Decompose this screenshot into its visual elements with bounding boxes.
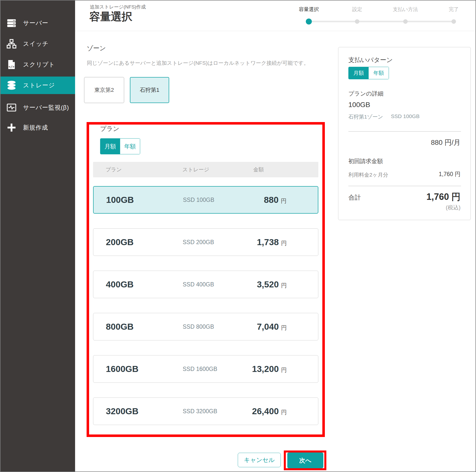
payment-pattern-title: 支払いパターン — [348, 56, 393, 64]
price-value: 7,040 — [257, 322, 279, 332]
server-icon — [7, 18, 17, 28]
sidebar-item-server[interactable]: サーバー — [1, 14, 75, 32]
price-unit: 円 — [281, 408, 287, 416]
plan-billing-toggle: 月額 年額 — [100, 138, 140, 154]
plan-cell-price: 3,520円 — [257, 279, 287, 289]
plan-cell-storage: SSD 200GB — [183, 239, 214, 246]
usage-fee-value: 1,760 円 — [439, 170, 460, 178]
next-button[interactable]: 次へ — [287, 452, 323, 468]
sidebar-item-script[interactable]: </> スクリプト — [1, 56, 75, 73]
cancel-button[interactable]: キャンセル — [238, 453, 281, 467]
plan-tab-yearly[interactable]: 年額 — [120, 139, 140, 154]
plan-cell-name: 1600GB — [106, 364, 138, 374]
plan-cell-name: 3200GB — [106, 406, 138, 416]
plan-row-400gb[interactable]: 400GB SSD 400GB 3,520円 — [93, 271, 318, 298]
price-value: 26,400 — [252, 406, 279, 416]
step-dot-done — [451, 19, 456, 24]
sidebar-item-label: 新規作成 — [23, 124, 48, 132]
sidebar-item-label: スイッチ — [23, 40, 49, 48]
sidebar-item-storage[interactable]: ストレージ — [1, 77, 75, 94]
zone-section-title: ゾーン — [87, 44, 106, 52]
price-unit: 円 — [281, 366, 287, 374]
sidebar-item-label: サーバー — [23, 19, 48, 27]
plan-cell-storage: SSD 400GB — [183, 281, 214, 288]
step-label-capacity: 容量選択 — [299, 6, 319, 13]
usage-fee-label: 利用料金2ヶ月分 — [348, 171, 388, 178]
step-label-done: 完了 — [449, 6, 459, 13]
plan-cell-name: 400GB — [106, 279, 134, 289]
step-label-payment: 支払い方法 — [393, 6, 418, 13]
plan-cell-name: 800GB — [106, 322, 134, 332]
plan-section-title: プラン — [100, 125, 119, 133]
price-unit: 円 — [281, 282, 287, 289]
plan-cell-price: 1,738円 — [257, 237, 287, 247]
switch-icon — [7, 39, 17, 49]
summary-tab-yearly[interactable]: 年額 — [369, 67, 389, 79]
selected-plan-name: 100GB — [348, 101, 370, 109]
summary-divider — [348, 186, 461, 186]
total-price: 1,760 円 — [426, 191, 460, 203]
plan-cell-storage: SSD 100GB — [183, 197, 214, 203]
plan-table-header: プラン ストレージ 金額 — [93, 162, 318, 177]
zone-description: 同じゾーンにあるサーバーと追加ストレージ(NFS)はローカルネットワーク接続が可… — [87, 60, 309, 67]
plan-cell-price: 26,400円 — [252, 406, 287, 416]
price-unit: 円 — [281, 197, 287, 205]
payment-summary-card: 支払いパターン 月額 年額 プランの詳細 100GB 石狩第1ゾーン SSD 1… — [338, 47, 471, 220]
sidebar: サーバー スイッチ </> スクリプト — [1, 1, 75, 471]
plan-cell-name: 200GB — [106, 237, 134, 247]
step-dot-settings — [355, 19, 359, 24]
plan-cell-price: 7,040円 — [257, 322, 287, 332]
page-title: 容量選択 — [89, 10, 132, 24]
summary-divider — [348, 131, 461, 132]
selected-zone-name: 石狩第1ゾーン — [348, 113, 383, 120]
plan-cell-price: 880円 — [264, 195, 287, 205]
storage-icon — [7, 80, 17, 90]
plan-row-800gb[interactable]: 800GB SSD 800GB 7,040円 — [93, 313, 318, 340]
sidebar-item-label: サーバー監視(β) — [23, 104, 69, 112]
total-label: 合計 — [348, 193, 361, 202]
selected-storage-size: SSD 100GB — [391, 113, 419, 119]
plan-detail-label: プランの詳細 — [348, 90, 383, 98]
plan-row-1600gb[interactable]: 1600GB SSD 1600GB 13,200円 — [93, 355, 318, 383]
column-header-plan: プラン — [106, 166, 122, 173]
step-progress-line — [309, 21, 454, 22]
sidebar-item-monitoring[interactable]: サーバー監視(β) — [1, 99, 75, 116]
column-header-price: 金額 — [253, 166, 264, 173]
price-value: 13,200 — [252, 364, 279, 374]
plan-cell-price: 13,200円 — [252, 364, 287, 374]
app-window: サーバー スイッチ </> スクリプト — [0, 0, 476, 472]
sidebar-item-label: ストレージ — [23, 81, 55, 89]
price-value: 880 — [264, 195, 279, 205]
sidebar-item-label: スクリプト — [23, 61, 55, 69]
header-divider — [75, 31, 475, 31]
plan-row-100gb[interactable]: 100GB SSD 100GB 880円 — [93, 186, 318, 214]
zone-option-tokyo2[interactable]: 東京第2 — [84, 77, 124, 103]
sidebar-item-switch[interactable]: スイッチ — [1, 35, 75, 53]
column-header-storage: ストレージ — [182, 166, 209, 173]
script-icon: </> — [7, 60, 17, 70]
step-dot-capacity — [306, 19, 312, 25]
svg-text:</>: </> — [9, 65, 15, 69]
plan-cell-storage: SSD 800GB — [183, 323, 214, 330]
monthly-price: 880 円/月 — [431, 138, 460, 147]
price-unit: 円 — [281, 324, 287, 332]
step-label-settings: 設定 — [352, 6, 362, 13]
tax-included-note: (税込) — [446, 204, 460, 211]
sidebar-item-create-new[interactable]: 新規作成 — [1, 119, 75, 136]
plan-row-200gb[interactable]: 200GB SSD 200GB 1,738円 — [93, 228, 318, 256]
plus-icon — [7, 123, 17, 133]
price-value: 3,520 — [257, 279, 279, 289]
plan-row-3200gb[interactable]: 3200GB SSD 3200GB 26,400円 — [93, 397, 318, 425]
plan-cell-storage: SSD 1600GB — [183, 366, 217, 372]
zone-option-ishikari1[interactable]: 石狩第1 — [130, 77, 169, 103]
step-dot-payment — [403, 19, 408, 24]
price-value: 1,738 — [257, 237, 279, 247]
plan-tab-monthly[interactable]: 月額 — [100, 139, 120, 154]
first-bill-label: 初回請求金額 — [348, 157, 383, 165]
price-unit: 円 — [281, 239, 287, 247]
monitor-pulse-icon — [7, 103, 17, 113]
summary-billing-toggle: 月額 年額 — [348, 67, 389, 79]
summary-tab-monthly[interactable]: 月額 — [349, 67, 369, 79]
plan-cell-storage: SSD 3200GB — [183, 408, 217, 415]
plan-cell-name: 100GB — [106, 195, 134, 205]
